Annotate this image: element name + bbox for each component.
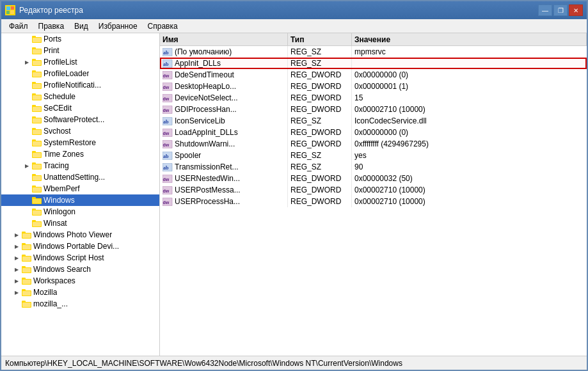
tree-item[interactable]: ▶ Mozilla: [1, 287, 159, 298]
reg-dword-icon: dw: [163, 139, 173, 148]
tree-item[interactable]: ProfileNotificati...: [1, 79, 159, 91]
tree-item[interactable]: ProfileLoader: [1, 68, 159, 79]
tree-item[interactable]: Ports: [1, 33, 159, 45]
tree-expand-icon[interactable]: [22, 126, 32, 136]
table-row[interactable]: ab AppInit_DLLsREG_SZ: [160, 58, 587, 69]
tree-expand-icon[interactable]: [12, 299, 22, 309]
table-row[interactable]: dw LoadAppInit_DLLsREG_DWORD0x00000000 (…: [160, 127, 587, 138]
menu-help[interactable]: Справка: [143, 20, 183, 32]
folder-icon: [32, 207, 42, 216]
reg-cell-type: REG_DWORD: [288, 104, 352, 115]
tree-expand-icon[interactable]: [22, 138, 32, 148]
tree-expand-icon[interactable]: [22, 45, 32, 56]
svg-rect-36: [33, 153, 41, 157]
tree-item[interactable]: SeCEdit: [1, 102, 159, 114]
svg-text:dw: dw: [163, 108, 170, 113]
minimize-button[interactable]: —: [538, 4, 552, 16]
tree-expand-icon[interactable]: [22, 103, 32, 113]
tree-expand-icon[interactable]: [22, 80, 32, 90]
tree-item[interactable]: SystemRestore: [1, 137, 159, 148]
tree-item[interactable]: UnattendSetting...: [1, 171, 159, 183]
tree-expand-icon[interactable]: ▶: [22, 161, 32, 171]
table-row[interactable]: ab IconServiceLibREG_SZIconCodecService.…: [160, 115, 587, 127]
tree-expand-icon[interactable]: [22, 34, 32, 44]
tree-expand-icon[interactable]: ▶: [12, 241, 22, 251]
tree-item[interactable]: SoftwareProtect...: [1, 114, 159, 125]
table-row[interactable]: dw ShutdownWarni...REG_DWORD0xffffffff (…: [160, 138, 587, 150]
tree-item[interactable]: ▶ Workspaces: [1, 275, 159, 287]
tree-expand-icon[interactable]: ▶: [22, 57, 32, 67]
tree-expand-icon[interactable]: ▶: [12, 253, 22, 263]
tree-expand-icon[interactable]: ▶: [12, 276, 22, 286]
tree-item[interactable]: Winsat: [1, 217, 159, 229]
tree-item[interactable]: ▶ Windows Photo Viewer: [1, 229, 159, 241]
svg-text:dw: dw: [163, 143, 170, 147]
table-row[interactable]: dw USERPostMessa...REG_DWORD0x00002710 (…: [160, 184, 587, 196]
tree-item-label: Tracing: [44, 161, 69, 170]
tree-item[interactable]: ▶ Windows Search: [1, 264, 159, 275]
tree-expand-icon[interactable]: ▶: [12, 264, 22, 274]
tree-item-label: Ports: [44, 35, 61, 43]
col-header-name[interactable]: Имя: [160, 33, 288, 45]
tree-item-label: Workspaces: [33, 276, 75, 285]
reg-cell-name: ab (По умолчанию): [160, 46, 288, 58]
tree-expand-icon[interactable]: [22, 184, 32, 194]
tree-expand-icon[interactable]: [22, 68, 32, 79]
table-row[interactable]: dw DesktopHeapLo...REG_DWORD0x00000001 (…: [160, 81, 587, 92]
restore-button[interactable]: ❐: [553, 4, 568, 16]
tree-item[interactable]: WbemPerf: [1, 183, 159, 194]
table-row[interactable]: ab TransmissionRet...REG_SZ90: [160, 161, 587, 173]
tree-item-label: Time Zones: [44, 150, 84, 159]
reg-name-text: USERProcessHa...: [175, 197, 240, 206]
tree-expand-icon[interactable]: ▶: [12, 287, 22, 297]
tree-item-label: WbemPerf: [44, 184, 80, 193]
col-header-value[interactable]: Значение: [352, 33, 587, 45]
close-button[interactable]: ✕: [569, 4, 583, 16]
reg-cell-name: ab AppInit_DLLs: [160, 58, 288, 69]
reg-dword-icon: dw: [163, 105, 173, 114]
svg-rect-24: [33, 107, 41, 111]
menu-file[interactable]: Файл: [4, 20, 33, 32]
tree-expand-icon[interactable]: ▶: [12, 230, 22, 240]
col-header-type[interactable]: Тип: [288, 33, 352, 45]
menu-edit[interactable]: Правка: [33, 20, 70, 32]
table-row[interactable]: dw DdeSendTimeoutREG_DWORD0x00000000 (0): [160, 69, 587, 81]
folder-icon: [32, 46, 42, 55]
menu-favorites[interactable]: Избранное: [93, 20, 143, 32]
tree-item-label: UnattendSetting...: [44, 173, 105, 182]
tree-expand-icon[interactable]: [22, 114, 32, 125]
svg-rect-63: [22, 257, 31, 261]
table-row[interactable]: ab (По умолчанию)REG_SZmpmsrvc: [160, 46, 587, 58]
svg-rect-54: [33, 222, 41, 226]
menu-view[interactable]: Вид: [69, 20, 93, 32]
tree-expand-icon[interactable]: [22, 149, 32, 159]
table-row[interactable]: dw DeviceNotSelect...REG_DWORD15: [160, 92, 587, 104]
tree-item[interactable]: Time Zones: [1, 148, 159, 160]
tree-item[interactable]: Print: [1, 45, 159, 56]
folder-icon: [22, 242, 32, 251]
table-row[interactable]: dw USERProcessHa...REG_DWORD0x00002710 (…: [160, 196, 587, 207]
tree-expand-icon[interactable]: [22, 218, 32, 228]
tree-item[interactable]: Schedule: [1, 91, 159, 102]
tree-expand-icon[interactable]: [22, 91, 32, 102]
tree-item[interactable]: Winlogon: [1, 206, 159, 217]
tree-expand-icon[interactable]: [22, 195, 32, 205]
tree-item[interactable]: Windows: [1, 194, 159, 206]
folder-icon: [32, 173, 42, 182]
table-row[interactable]: dw GDIProcessHan...REG_DWORD0x00002710 (…: [160, 104, 587, 115]
reg-name-text: ShutdownWarni...: [175, 139, 235, 148]
folder-icon: [32, 104, 42, 113]
tree-item[interactable]: ▶ Windows Portable Devi...: [1, 241, 159, 252]
tree-item[interactable]: ▶ Tracing: [1, 160, 159, 171]
tree-item[interactable]: Svchost: [1, 125, 159, 137]
tree-item[interactable]: ▶ Windows Script Host: [1, 252, 159, 264]
tree-expand-icon[interactable]: [22, 172, 32, 182]
svg-rect-75: [22, 303, 31, 307]
reg-cell-name: dw DesktopHeapLo...: [160, 81, 288, 92]
table-row[interactable]: dw USERNestedWin...REG_DWORD0x00000032 (…: [160, 173, 587, 184]
table-row[interactable]: ab SpoolerREG_SZyes: [160, 150, 587, 161]
tree-item[interactable]: mozilla_...: [1, 298, 159, 310]
tree-item[interactable]: ▶ ProfileList: [1, 56, 159, 68]
tree-expand-icon[interactable]: [22, 207, 32, 217]
tree-item-label: mozilla_...: [33, 299, 68, 308]
